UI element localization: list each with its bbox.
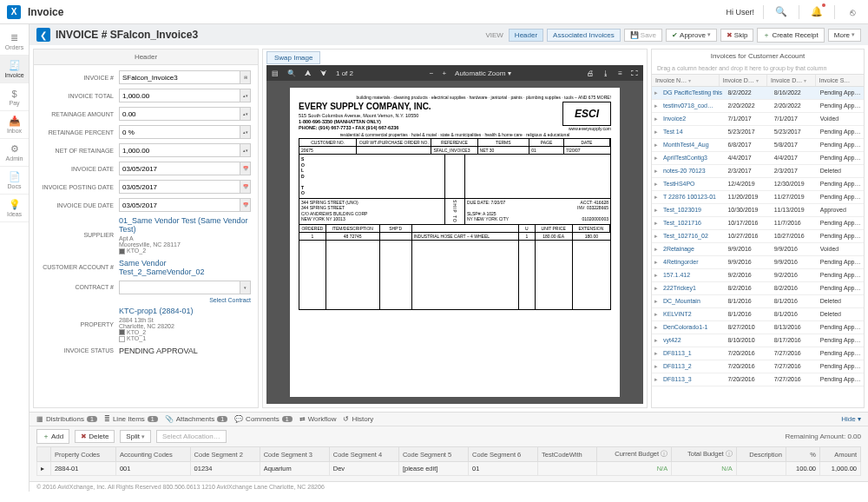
expand-icon[interactable]: ▸	[652, 321, 661, 334]
btab-history[interactable]: ↺History	[343, 415, 373, 423]
invoice-row[interactable]: ▸vyt4228/10/20108/17/2016Pending Approv	[652, 334, 864, 347]
expand-icon[interactable]: ▸	[652, 282, 661, 294]
grid-cell[interactable]: Dev	[329, 462, 398, 476]
col-invoice-date1[interactable]: Invoice D…▾	[720, 75, 767, 86]
expand-icon[interactable]: ▸	[652, 126, 661, 138]
retainage-percent-input[interactable]	[119, 125, 251, 139]
invoice-link[interactable]: Invoice2	[661, 113, 725, 125]
invoice-row[interactable]: ▸AprilTestContig34/4/20174/4/2017Pending…	[652, 152, 864, 165]
net-retainage-input[interactable]	[119, 143, 251, 157]
logout-icon[interactable]: ⎋	[844, 3, 861, 21]
invoice-row[interactable]: ▸2Retainage9/9/20169/9/2016Voided	[652, 243, 864, 256]
stepper-icon[interactable]: ▴▾	[240, 89, 250, 102]
grid-col[interactable]: Code Segment 2	[190, 447, 260, 462]
invoice-link[interactable]: T 22876 100123-01	[661, 191, 725, 203]
print-icon[interactable]: 🖨	[587, 69, 594, 77]
expand-icon[interactable]: ▸	[652, 347, 661, 360]
grid-col[interactable]: Code Segment 3	[260, 447, 329, 462]
col-invoice-number[interactable]: Invoice N…▾	[652, 75, 720, 86]
btab-workflow[interactable]: ⇄Workflow	[299, 415, 337, 423]
tools-icon[interactable]: ≡	[618, 69, 622, 77]
tab-associated-invoices[interactable]: Associated Invoices	[547, 29, 621, 42]
expand-icon[interactable]: ▸	[652, 113, 661, 125]
grid-cell[interactable]: 001	[115, 462, 190, 476]
invoice-row[interactable]: ▸Test_102301910/30/201911/13/2019Approve…	[652, 204, 864, 217]
add-row-button[interactable]: ＋Add	[36, 429, 69, 444]
grid-cell[interactable]: N/A	[672, 462, 737, 476]
invoice-row[interactable]: ▸Test 145/23/20175/23/2017Pending Approv	[652, 126, 864, 139]
search-icon[interactable]: 🔍	[773, 3, 790, 21]
invoice-link[interactable]: 157.1.412	[661, 269, 725, 281]
invoice-row[interactable]: ▸MonthTest4_Aug6/8/20175/8/2017Pending A…	[652, 139, 864, 152]
invoice-posting-date-input[interactable]	[119, 180, 251, 194]
back-button[interactable]: ❮	[36, 28, 50, 42]
invoice-row[interactable]: ▸157.1.4129/2/20169/2/2016Pending Approv	[652, 269, 864, 282]
download-icon[interactable]: ⭳	[602, 69, 609, 77]
approve-button[interactable]: ✔ Approve ▾	[666, 29, 717, 42]
expand-icon[interactable]: ▸	[652, 230, 661, 242]
page-down-icon[interactable]: ⮟	[320, 69, 327, 77]
select-allocation-button[interactable]: Select Allocation…	[156, 430, 227, 443]
invoice-row[interactable]: ▸T 22876 100123-0111/20/201911/27/2019Pe…	[652, 191, 864, 204]
invoice-row[interactable]: ▸Test_102171610/17/201611/7/2016Pending …	[652, 217, 864, 230]
grid-cell[interactable]: ▸	[37, 462, 51, 476]
swap-image-button[interactable]: Swap Image	[266, 51, 320, 64]
grid-cell[interactable]: 1,000.00	[820, 462, 861, 476]
invoice-link[interactable]: Test 14	[661, 126, 725, 138]
select-contract-link[interactable]: Select Contract	[41, 297, 251, 303]
hide-button[interactable]: Hide ▾	[841, 415, 861, 423]
grid-col[interactable]: Total Budget ⓘ	[672, 447, 737, 462]
btab-comments[interactable]: 💬Comments1	[234, 415, 293, 423]
more-button[interactable]: More ▾	[828, 29, 861, 42]
zoom-out-icon[interactable]: −	[430, 69, 434, 77]
invoice-due-date-input[interactable]	[119, 198, 251, 212]
calendar-icon[interactable]: 📅	[240, 162, 250, 175]
split-button[interactable]: Split ▾	[120, 430, 151, 443]
nav-ideas[interactable]: 💡Ideas	[0, 195, 29, 222]
grid-cell[interactable]: 100.00	[786, 462, 819, 476]
invoice-row[interactable]: ▸DG PacificTesting this8/2/20228/16/2022…	[652, 87, 864, 100]
delete-row-button[interactable]: ✖Delete	[75, 430, 115, 443]
skip-button[interactable]: ✖ Skip	[720, 29, 754, 42]
col-invoice-status[interactable]: Invoice S…	[816, 75, 864, 86]
nav-inbox[interactable]: 📥Inbox	[0, 111, 29, 139]
expand-icon[interactable]: ▸	[41, 465, 44, 472]
invoice-row[interactable]: ▸Invoice27/1/20177/1/2017Voided	[652, 113, 864, 126]
invoice-link[interactable]: KELVINT2	[661, 308, 725, 320]
page-up-icon[interactable]: ⮝	[305, 69, 312, 77]
grid-col[interactable]: Property Codes	[50, 447, 115, 462]
grid-col[interactable]: Amount	[820, 447, 861, 462]
invoice-total-input[interactable]	[119, 89, 251, 102]
btab-line-items[interactable]: ≣Line Items1	[104, 415, 158, 423]
invoice-row[interactable]: ▸notes-20 701232/3/20172/3/2017Deleted	[652, 165, 864, 178]
invoice-row[interactable]: ▸DenColorado1-18/27/20108/13/2016Pending…	[652, 321, 864, 334]
btab-attachments[interactable]: 📎Attachments1	[165, 415, 227, 423]
expand-icon[interactable]: ▸	[652, 178, 661, 190]
grid-cell[interactable]: [please edit]	[398, 462, 468, 476]
nav-invoice[interactable]: 🧾Invoice	[0, 56, 29, 83]
expand-icon[interactable]: ▸	[652, 152, 661, 164]
grid-col[interactable]: TestCodeWith	[538, 447, 597, 462]
create-receipt-button[interactable]: ＋ Create Receipt	[757, 28, 824, 43]
invoice-row[interactable]: ▸222Trickey18/2/20168/2/2016Pending Appr…	[652, 282, 864, 295]
invoice-row[interactable]: ▸KELVINT28/1/20168/1/2016Deleted	[652, 308, 864, 321]
grid-col[interactable]: Code Segment 4	[329, 447, 398, 462]
expand-icon[interactable]: ▸	[652, 217, 661, 229]
expand-icon[interactable]: ▸	[652, 360, 661, 373]
property-link[interactable]: KTC-prop1 (2884-01)	[119, 307, 194, 315]
stepper-icon[interactable]: ▴▾	[240, 144, 250, 156]
contract-input[interactable]	[119, 281, 251, 294]
nav-docs[interactable]: 📄Docs	[0, 167, 29, 195]
expand-icon[interactable]: ▸	[652, 87, 661, 99]
retainage-amount-input[interactable]	[119, 107, 251, 121]
invoice-row[interactable]: ▸TestHS4PO12/4/201912/30/2019Pending App…	[652, 178, 864, 191]
invoice-row[interactable]: ▸DF8113_17/20/20167/27/2016Pending Appro…	[652, 347, 864, 360]
invoice-link[interactable]: 4Retingorder	[661, 256, 725, 268]
sidebar-toggle-icon[interactable]: ▤	[272, 69, 279, 77]
grid-cell[interactable]: Aquarium	[260, 462, 329, 476]
invoice-link[interactable]: 2Retainage	[661, 243, 725, 255]
grid-cell[interactable]: 01234	[190, 462, 260, 476]
dropdown-icon[interactable]: ▾	[240, 281, 250, 294]
invoice-link[interactable]: DenColorado1-1	[661, 321, 725, 334]
grid-col[interactable]	[37, 447, 51, 462]
